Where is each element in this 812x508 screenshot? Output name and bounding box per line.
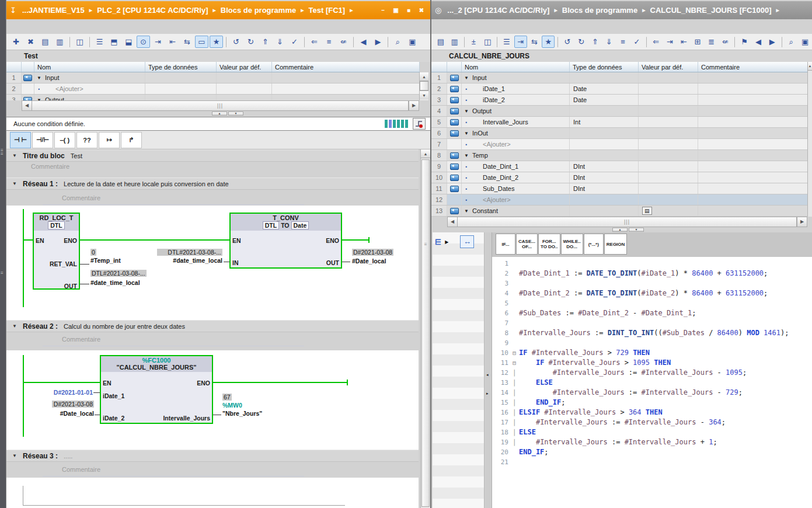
row-marker-icon[interactable]: ▼ xyxy=(462,208,471,214)
row-marker-icon[interactable]: ▪ xyxy=(462,175,471,180)
network-title[interactable]: Lecture de la date et heure locale puis … xyxy=(64,180,229,187)
row-name[interactable]: <Ajouter> xyxy=(55,85,83,92)
row-name[interactable]: Temp xyxy=(472,152,488,159)
row-name[interactable]: Output xyxy=(45,96,64,100)
scroll-left-icon[interactable]: ◀ xyxy=(448,217,458,227)
row-marker-icon[interactable]: ▪ xyxy=(462,98,471,103)
interface-row[interactable]: 2 ▪<Ajouter> xyxy=(6,83,420,95)
block-title-value[interactable]: Test xyxy=(71,152,82,159)
toolbar-icon[interactable]: ✓ xyxy=(288,36,301,48)
block-call-name[interactable]: "CALCUL_NBRE_JOURS" xyxy=(101,364,212,371)
interface-row[interactable]: 1 ▼Input xyxy=(6,72,420,83)
toolbar-icon[interactable]: ✓ xyxy=(630,36,643,48)
breadcrumb-segment[interactable]: CALCUL_NBRE_JOURS [FC1000] ▶ xyxy=(650,6,784,15)
toolbar-icon[interactable]: ▣ xyxy=(406,36,419,48)
collapse-icon[interactable]: ▼ xyxy=(6,153,23,158)
row-type[interactable] xyxy=(570,150,639,161)
split-editor-icon[interactable]: ↔ xyxy=(460,235,474,248)
row-comment[interactable] xyxy=(698,150,808,161)
row-comment[interactable] xyxy=(698,106,808,116)
row-name[interactable]: Sub_Dates xyxy=(483,185,514,192)
lad-window-titlebar[interactable]: ↧ ...JANTIEME_V15 ▶ PLC_2 [CPU 1214C AC/… xyxy=(6,1,430,19)
snippet-button[interactable]: CASE... OF... xyxy=(516,234,538,255)
toolbar-icon[interactable]: ⇐ xyxy=(650,36,663,48)
network3-header[interactable]: ▼ Réseau 3 : ..... xyxy=(6,450,419,462)
block-comment-placeholder[interactable]: Commentaire xyxy=(31,163,69,170)
toolbar-icon[interactable] xyxy=(89,37,90,47)
row-comment[interactable] xyxy=(698,72,808,83)
code-text[interactable]: IF #Intervalle_Jours > 729 THEN xyxy=(519,348,650,358)
window-button[interactable]: ■ xyxy=(403,6,414,15)
network2-comment-placeholder[interactable]: Commentaire xyxy=(62,336,100,343)
toolbar-icon[interactable]: ⇤ xyxy=(677,36,690,48)
toolbar-icon[interactable]: ▤ xyxy=(39,36,52,48)
toolbar-icon[interactable]: ⇥ xyxy=(151,36,165,48)
breadcrumb-segment[interactable]: ..._2 [CPU 1214C AC/DC/Rly] ▶ xyxy=(447,6,562,15)
toolbar-icon[interactable] xyxy=(646,37,647,47)
toolbar-icon[interactable]: ≡ xyxy=(322,36,336,48)
row-type[interactable] xyxy=(570,128,639,138)
code-line[interactable]: 4#Date_Dint_2 := DATE_TO_DINT(#iDate_2) … xyxy=(492,288,812,298)
operand[interactable]: #Date_local xyxy=(352,258,386,265)
interface-row[interactable]: 13 ▼Constant ▤ xyxy=(431,206,808,217)
toolbar-icon[interactable]: ★ xyxy=(210,36,223,48)
fc1000-call-block[interactable]: %FC1000 "CALCUL_NBRE_JOURS" EN ENO iDate… xyxy=(100,355,213,424)
row-marker-icon[interactable]: ▪ xyxy=(462,86,471,92)
toolbar-icon[interactable] xyxy=(226,37,226,47)
lad-vscrollbar[interactable]: ▲ ≡ xyxy=(420,149,430,508)
row-type[interactable] xyxy=(145,95,217,100)
toolbar-icon[interactable]: ⬓ xyxy=(122,36,135,48)
block-title-row[interactable]: ▼ Titre du bloc Test xyxy=(6,149,419,162)
scl-window-titlebar[interactable]: ◎ ..._2 [CPU 1214C AC/DC/Rly] ▶ Blocs de… xyxy=(431,1,812,19)
column-valeur[interactable]: Valeur par déf. xyxy=(217,62,272,72)
pin-eno[interactable]: ENO xyxy=(64,237,77,244)
code-line[interactable]: 12│ #Intervalle_Jours := #Intervalle_Jou… xyxy=(492,368,812,378)
interface-row[interactable]: 2 ▪iDate_1 Date xyxy=(431,83,808,95)
network-title[interactable]: Calcul du nombre de jour entre deux date… xyxy=(64,323,185,330)
breadcrumb-segment[interactable]: Blocs de programme ▶ xyxy=(562,6,650,15)
toolbar-icon[interactable]: ◫ xyxy=(481,36,494,48)
network3-comment-placeholder[interactable]: Commentaire xyxy=(62,466,100,473)
row-name[interactable]: Constant xyxy=(472,207,498,214)
toolbar-icon[interactable]: ◀ xyxy=(357,36,370,48)
toolbar-icon[interactable]: ⇆ xyxy=(180,36,194,48)
pin-en[interactable]: EN xyxy=(232,237,241,244)
code-line[interactable]: 8#Intervalle_Jours := DINT_TO_INT((#Sub_… xyxy=(492,328,812,338)
toolbar-icon[interactable]: ± xyxy=(468,36,480,48)
t-conv-block[interactable]: T_CONV DTLTODate EN ENO IN OUT xyxy=(229,213,342,269)
pin-intervalle-jours[interactable]: Intervalle_Jours xyxy=(163,415,210,422)
code-line[interactable]: 10⊟IF #Intervalle_Jours > 729 THEN xyxy=(492,348,812,358)
conv-from-type[interactable]: DTL xyxy=(263,221,279,229)
toolbar-icon[interactable]: ↻ xyxy=(244,36,257,48)
column-type[interactable]: Type de données xyxy=(145,62,217,72)
code-line[interactable]: 14│ #Intervalle_Jours := #Intervalle_Jou… xyxy=(492,388,812,398)
row-name[interactable]: Output xyxy=(472,107,492,114)
toolbar-icon[interactable]: ⇥ xyxy=(663,36,676,48)
interface-row[interactable]: 3 ▪iDate_2 Date xyxy=(431,95,808,106)
toolbar-icon[interactable]: ⇓ xyxy=(602,36,615,48)
favorite-element-button[interactable]: ⊣/⊢ xyxy=(32,132,53,148)
pin-en[interactable]: EN xyxy=(103,380,111,387)
toolbar-icon[interactable] xyxy=(464,37,465,47)
code-line[interactable]: 1 xyxy=(492,259,812,269)
row-marker-icon[interactable]: ▪ xyxy=(462,197,471,203)
collapse-icon[interactable]: ▼ xyxy=(6,453,23,458)
row-marker-icon[interactable]: ▪ xyxy=(462,142,471,147)
row-type[interactable] xyxy=(570,139,639,149)
row-marker-icon[interactable]: ▼ xyxy=(462,75,471,81)
toolbar-icon[interactable] xyxy=(734,37,735,47)
row-name[interactable]: InOut xyxy=(472,130,488,137)
interface-row[interactable]: 12 ▪<Ajouter> xyxy=(431,194,808,206)
column-nom[interactable]: Nom xyxy=(462,62,570,72)
toolbar-icon[interactable]: ▭ xyxy=(195,36,208,48)
code-text[interactable]: IF #Intervalle_Jours > 1095 THEN xyxy=(519,358,671,368)
row-marker-icon[interactable]: ▼ xyxy=(34,75,44,81)
toolbar-icon[interactable]: ⇑ xyxy=(259,36,272,48)
toolbar-icon[interactable]: ⇤ xyxy=(166,36,179,48)
row-type[interactable] xyxy=(570,72,639,83)
row-comment[interactable] xyxy=(698,117,808,127)
snippet-button[interactable]: WHILE.. DO... xyxy=(561,234,583,255)
default-value-button[interactable]: ▤ xyxy=(642,207,652,215)
toolbar-icon[interactable]: ↺ xyxy=(561,36,574,48)
toolbar-icon[interactable] xyxy=(388,37,388,47)
